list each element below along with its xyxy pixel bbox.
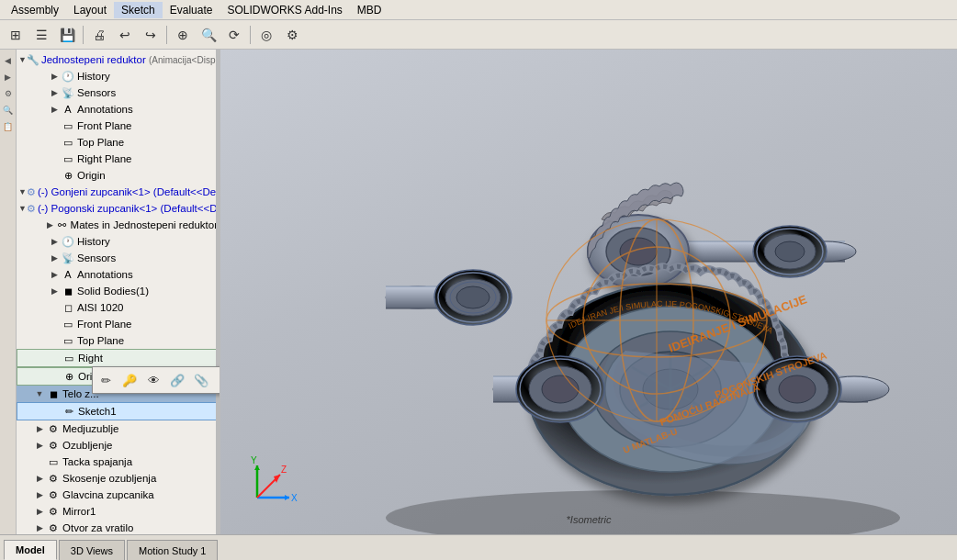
tree-mates[interactable]: ▶ ⚯ Mates in Jednostepeni reduktor: [17, 217, 220, 233]
tree-tp2[interactable]: ▶ ▭ Top Plane: [17, 332, 220, 349]
tacka-icon: ▭: [46, 454, 61, 469]
sb-icon: ◼: [61, 284, 75, 298]
toolbar-select-btn[interactable]: ⊕: [171, 23, 195, 47]
expand-skosenje[interactable]: ▶: [33, 472, 46, 485]
toolbar-options-btn[interactable]: ⚙: [280, 23, 304, 47]
ctx-key-btn[interactable]: 🔑: [118, 369, 141, 391]
tree-aisi[interactable]: ▶ ◻ AISI 1020: [17, 299, 220, 316]
menu-solidworks-addins[interactable]: SOLIDWORKS Add-Ins: [220, 2, 349, 18]
tree-solid-bodies[interactable]: ▶ ◼ Solid Bodies(1): [17, 283, 220, 299]
expand-telo[interactable]: ▼: [33, 387, 46, 400]
expand-glavcina[interactable]: ▶: [33, 488, 46, 501]
toolbar-undo-btn[interactable]: ↩: [113, 23, 137, 47]
expand-sensors[interactable]: ▶: [48, 86, 61, 99]
tree-right-plane[interactable]: ▶ ▭ Right Plane: [17, 151, 220, 167]
ground-shadow: [386, 490, 900, 534]
sidebar-resizer[interactable]: [216, 50, 220, 534]
tree-history2[interactable]: ▶ 🕐 History: [17, 233, 220, 250]
tree-otvor[interactable]: ▶ ⚙ Otvor za vratilo: [17, 520, 220, 534]
expand-ozubljenje[interactable]: ▶: [33, 439, 46, 452]
expand-sensors2[interactable]: ▶: [48, 252, 61, 264]
annotations-icon: A: [61, 102, 75, 117]
tree-fp2[interactable]: ▶ ▭ Front Plane: [17, 316, 220, 332]
svg-point-16: [775, 241, 805, 262]
expand-pogonski[interactable]: ▼: [18, 202, 27, 215]
menu-layout[interactable]: Layout: [66, 2, 114, 18]
left-icon-1[interactable]: ◀: [1, 53, 16, 68]
origin-label: Origin: [77, 170, 106, 181]
tab-motion-study[interactable]: Motion Study 1: [127, 540, 218, 560]
root-icon: 🔧: [27, 52, 39, 67]
tree-pogonski[interactable]: ▼ ⚙ (-) Pogonski zupcanik<1> (Default<<D…: [17, 200, 220, 217]
menu-evaluate[interactable]: Evaluate: [163, 2, 220, 18]
glavcina-icon: ⚙: [46, 487, 61, 502]
tab-model[interactable]: Model: [4, 540, 57, 560]
left-icon-3[interactable]: ⚙: [1, 86, 16, 101]
tree-front-plane[interactable]: ▶ ▭ Front Plane: [17, 118, 220, 134]
menu-assembly[interactable]: Assembly: [4, 2, 66, 18]
tree-annotations[interactable]: ▶ A Annotations: [17, 101, 220, 118]
ozubljenje-label: Ozubljenje: [62, 440, 112, 451]
axis-indicator: X Y Z: [248, 452, 303, 507]
left-icon-2[interactable]: ▶: [1, 70, 16, 84]
annotations2-icon: A: [61, 267, 75, 282]
tree-gonjeni[interactable]: ▼ ⚙ (-) Gonjeni zupcanik<1> (Default<<De…: [17, 184, 220, 200]
expand-mates[interactable]: ▶: [44, 218, 55, 231]
viewport[interactable]: IDEIRANJE I SIMULACIJE POGONSKIH STROJEV…: [220, 50, 957, 534]
tree-top-plane[interactable]: ▶ ▭ Top Plane: [17, 134, 220, 151]
tree-history[interactable]: ▶ 🕐 History: [17, 68, 220, 84]
toolbar-zoom-btn[interactable]: 🔍: [197, 23, 220, 47]
tree-sensors2[interactable]: ▶ 📡 Sensors: [17, 250, 220, 266]
svg-marker-61: [254, 465, 260, 470]
ctx-link-btn[interactable]: 🔗: [166, 369, 188, 391]
ctx-down-btn[interactable]: ⬇: [214, 369, 220, 391]
expand-annotations2[interactable]: ▶: [48, 268, 61, 281]
tree-medjuzublje[interactable]: ▶ ⚙ Medjuzublje: [17, 420, 220, 437]
sidebar: ◀ ▶ ⚙ 🔍 📋 ▼ 🔧 Jednostepeni reduktor (Ani…: [0, 50, 220, 534]
expand-mirror1[interactable]: ▶: [33, 505, 46, 518]
toolbar-materials-btn[interactable]: ◎: [254, 23, 278, 47]
mates-icon: ⚯: [55, 218, 68, 232]
expand-root[interactable]: ▼: [18, 53, 27, 66]
expand-history2[interactable]: ▶: [48, 235, 61, 248]
tree-sensors[interactable]: ▶ 📡 Sensors: [17, 84, 220, 101]
tab-3d-views[interactable]: 3D Views: [59, 540, 125, 560]
menu-sketch[interactable]: Sketch: [114, 2, 163, 18]
glavcina-label: Glavcina zupcanika: [62, 489, 154, 500]
tp-icon: ▭: [61, 135, 75, 150]
fp-label: Front Plane: [77, 120, 131, 131]
history-label: History: [77, 71, 110, 82]
left-icon-5[interactable]: 📋: [1, 119, 16, 134]
ctx-eye-btn[interactable]: 👁: [142, 369, 164, 391]
tree-origin[interactable]: ▶ ⊕ Origin: [17, 167, 220, 184]
origin2-icon: ⊕: [62, 369, 76, 384]
expand-history[interactable]: ▶: [48, 70, 61, 83]
expand-medzublje[interactable]: ▶: [33, 422, 46, 435]
toolbar-open-btn[interactable]: ☰: [29, 23, 53, 47]
right2-label: Right: [78, 353, 103, 364]
tree-sketch1[interactable]: ▶ ✏ Sketch1: [17, 402, 220, 420]
tree-annotations2[interactable]: ▶ A Annotations: [17, 266, 220, 283]
tree-glavcina[interactable]: ▶ ⚙ Glavcina zupcanika: [17, 487, 220, 503]
tacka-label: Tacka spajanja: [62, 456, 132, 467]
toolbar-rotate-btn[interactable]: ⟳: [222, 23, 246, 47]
svg-point-44: [779, 375, 816, 403]
toolbar-print-btn[interactable]: 🖨: [87, 23, 111, 47]
ctx-attach-btn[interactable]: 📎: [190, 369, 212, 391]
toolbar-new-btn[interactable]: ⊞: [4, 23, 28, 47]
menu-mbd[interactable]: MBD: [350, 2, 389, 18]
tree-mirror1[interactable]: ▶ ⚙ Mirror1: [17, 503, 220, 520]
tree-root[interactable]: ▼ 🔧 Jednostepeni reduktor (Animacija<Dis…: [17, 51, 220, 68]
expand-annotations[interactable]: ▶: [48, 103, 61, 116]
tree-right2[interactable]: ▶ ▭ Right: [17, 349, 220, 367]
expand-otvor[interactable]: ▶: [33, 521, 46, 534]
ctx-edit-btn[interactable]: ✏: [95, 369, 117, 391]
toolbar-redo-btn[interactable]: ↪: [139, 23, 163, 47]
expand-gonjeni[interactable]: ▼: [18, 185, 27, 198]
tree-ozubljenje[interactable]: ▶ ⚙ Ozubljenje: [17, 437, 220, 454]
expand-sb[interactable]: ▶: [48, 285, 61, 297]
left-icon-4[interactable]: 🔍: [1, 103, 16, 118]
tree-skosenje[interactable]: ▶ ⚙ Skosenje ozubljenja: [17, 470, 220, 487]
toolbar-save-btn[interactable]: 💾: [55, 23, 79, 47]
tree-tacka[interactable]: ▶ ▭ Tacka spajanja: [17, 454, 220, 470]
